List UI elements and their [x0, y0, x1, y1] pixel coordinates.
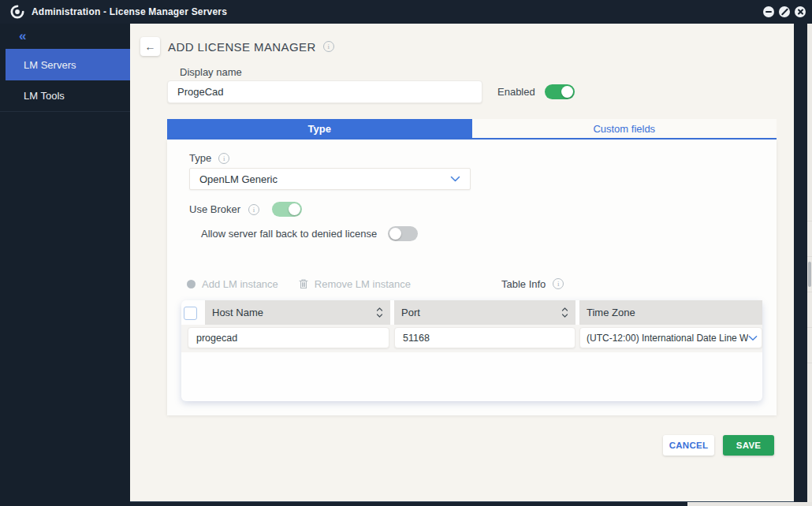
enabled-toggle[interactable] — [545, 84, 575, 99]
lm-instances-table: Host Name Port Time Zone — [181, 300, 762, 401]
tab-custom-fields[interactable]: Custom fields — [472, 119, 777, 138]
cancel-button[interactable]: CANCEL — [663, 435, 714, 456]
port-input[interactable] — [394, 327, 575, 348]
tab-label: Type — [308, 123, 331, 135]
fallback-toggle[interactable] — [388, 226, 418, 241]
type-tab-panel: Type OpenLM Generic Use Broker Allow ser… — [167, 140, 777, 415]
fallback-label: Allow server fall back to denied license — [201, 228, 377, 240]
remove-lm-instance-label: Remove LM instance — [315, 278, 411, 290]
page-header: ADD LICENSE MANAGER — [168, 37, 334, 56]
type-select[interactable]: OpenLM Generic — [189, 168, 471, 190]
save-button[interactable]: SAVE — [723, 435, 774, 456]
page-info-icon[interactable] — [323, 41, 334, 52]
app-logo-icon — [10, 5, 24, 19]
titlebar: Administration - License Manager Servers — [0, 0, 812, 24]
table-header: Host Name Port Time Zone — [205, 300, 762, 325]
time-zone-select[interactable]: (UTC-12:00) International Date Line W — [579, 327, 762, 348]
time-zone-value: (UTC-12:00) International Date Line W — [587, 333, 748, 344]
sidebar-item-lm-servers[interactable]: LM Servers — [6, 49, 130, 80]
column-header-port[interactable]: Port — [394, 300, 575, 325]
table-info: Table Info — [501, 278, 564, 290]
sidebar-item-label: LM Tools — [24, 90, 65, 102]
sidebar-item-label: LM Servers — [24, 59, 76, 71]
display-name-input[interactable] — [167, 80, 482, 103]
type-label-row: Type — [189, 152, 229, 164]
remove-lm-instance-button[interactable]: Remove LM instance — [299, 278, 411, 290]
background-app-bottom-edge — [687, 502, 812, 506]
column-label: Host Name — [212, 307, 263, 318]
host-name-input[interactable] — [188, 327, 389, 348]
back-arrow-icon — [145, 39, 156, 54]
table-info-icon[interactable] — [553, 278, 564, 289]
use-broker-row: Use Broker — [189, 202, 302, 217]
type-label: Type — [189, 152, 211, 164]
window-controls — [763, 6, 806, 17]
collapse-sidebar-icon[interactable]: « — [0, 24, 130, 49]
sidebar: « LM Servers LM Tools — [0, 24, 130, 506]
column-header-time-zone[interactable]: Time Zone — [579, 300, 762, 325]
type-select-value: OpenLM Generic — [199, 173, 277, 185]
type-info-icon[interactable] — [218, 153, 229, 164]
column-label: Port — [401, 307, 420, 318]
tab-type[interactable]: Type — [167, 119, 472, 138]
minimize-icon[interactable] — [763, 6, 774, 17]
sort-icon[interactable] — [376, 307, 383, 318]
fallback-row: Allow server fall back to denied license — [201, 226, 418, 241]
column-header-host-name[interactable]: Host Name — [205, 300, 390, 325]
page-title: ADD LICENSE MANAGER — [168, 40, 316, 54]
use-broker-toggle[interactable] — [272, 202, 302, 217]
use-broker-label: Use Broker — [189, 203, 240, 215]
sort-icon[interactable] — [561, 307, 568, 318]
chevron-down-icon — [450, 176, 460, 182]
close-icon[interactable] — [795, 6, 806, 17]
tab-label: Custom fields — [593, 123, 655, 135]
enabled-label: Enabled — [497, 86, 535, 98]
background-app-edge — [807, 24, 812, 506]
add-circle-icon — [187, 280, 196, 288]
tabstrip: Type Custom fields — [167, 119, 777, 140]
add-lm-instance-button[interactable]: Add LM instance — [187, 278, 278, 290]
enabled-row: Enabled — [497, 84, 575, 99]
chevron-down-icon — [748, 335, 758, 341]
trash-icon — [299, 278, 308, 289]
table-info-label: Table Info — [501, 278, 546, 290]
display-name-label: Display name — [180, 66, 242, 78]
column-label: Time Zone — [587, 307, 635, 318]
back-button[interactable] — [140, 37, 160, 56]
instance-toolbar: Add LM instance Remove LM instance Table… — [187, 277, 564, 291]
window-title: Administration - License Manager Servers — [32, 6, 227, 17]
main-content: ADD LICENSE MANAGER Display name Enabled… — [130, 24, 794, 501]
maximize-icon[interactable] — [779, 6, 790, 17]
background-scrollbar-fragment — [808, 262, 811, 287]
sidebar-item-lm-tools[interactable]: LM Tools — [0, 80, 130, 112]
add-lm-instance-label: Add LM instance — [202, 278, 278, 290]
use-broker-info-icon[interactable] — [248, 204, 259, 215]
select-all-checkbox[interactable] — [184, 307, 197, 320]
